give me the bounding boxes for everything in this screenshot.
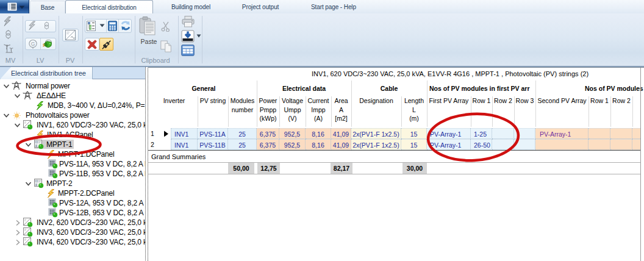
svg-text:G: G bbox=[31, 41, 35, 47]
